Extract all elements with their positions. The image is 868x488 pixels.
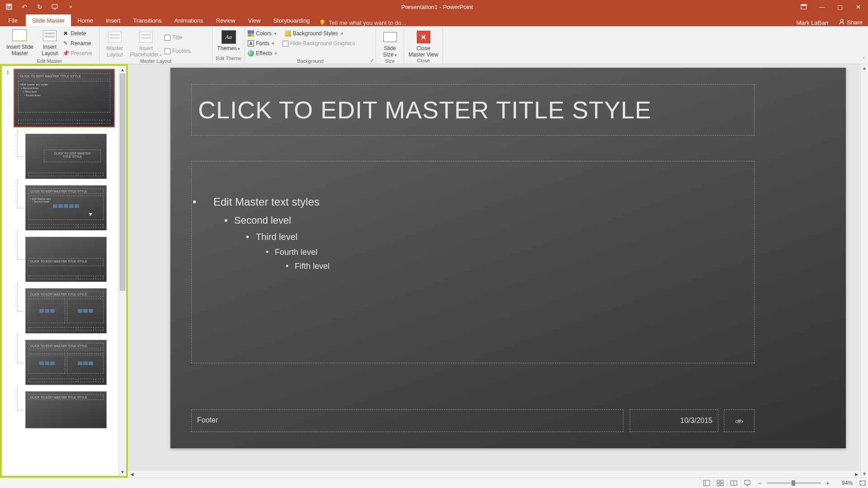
rename-button[interactable]: ✎Rename: [62, 38, 92, 48]
zoom-slider-handle[interactable]: [792, 480, 795, 486]
colors-button[interactable]: Colors: [248, 28, 277, 38]
background-styles-icon: [285, 30, 291, 37]
svg-rect-10: [717, 480, 720, 483]
layout-thumbnail-title-slide[interactable]: CLICK TO EDIT MASTER TITLE STYLE: [25, 134, 107, 179]
redo-icon[interactable]: ↻: [36, 3, 43, 10]
group-label-close: Close: [407, 58, 440, 64]
qat-customize-icon[interactable]: ▾: [67, 3, 74, 10]
svg-rect-1: [7, 5, 11, 6]
layout-thumbnail-section-header[interactable]: CLICK TO EDIT MASTER TITLE STYLE: [25, 237, 107, 282]
tab-review[interactable]: Review: [210, 14, 242, 26]
body-placeholder[interactable]: Edit Master text styles Second level Thi…: [191, 161, 755, 363]
collapse-ribbon-icon[interactable]: ˄: [863, 56, 865, 63]
editor-vertical-scrollbar[interactable]: ▲ ▼: [860, 64, 868, 478]
layout-thumbnail-comparison[interactable]: CLICK TO EDIT MASTER TITLE STYLE: [25, 340, 107, 385]
slideshow-view-button[interactable]: [741, 478, 753, 488]
layout-thumbnail-title-only[interactable]: CLICK TO EDIT MASTER TITLE STYLE: [25, 391, 107, 428]
insert-placeholder-button[interactable]: Insert Placeholder: [128, 29, 164, 58]
body-level-1[interactable]: Edit Master text styles: [203, 196, 743, 208]
lightbulb-icon: 💡: [319, 19, 326, 26]
zoom-slider[interactable]: [767, 482, 821, 484]
tab-transitions[interactable]: Transitions: [127, 14, 168, 26]
group-master-layout: Master Layout Insert Placeholder Title F…: [99, 26, 212, 64]
effects-button[interactable]: Effects: [248, 48, 277, 58]
master-layout-button[interactable]: Master Layout: [102, 29, 127, 58]
tab-home[interactable]: Home: [71, 14, 99, 26]
tab-file[interactable]: File: [0, 14, 26, 26]
svg-rect-11: [721, 480, 723, 483]
scroll-left-icon[interactable]: ◀: [128, 472, 136, 477]
tab-slide-master[interactable]: Slide Master: [26, 14, 71, 26]
colors-icon: [248, 30, 254, 37]
group-label-size: Size: [379, 58, 401, 64]
zoom-in-button[interactable]: +: [825, 479, 831, 487]
share-button[interactable]: Share: [833, 19, 868, 26]
master-number: 1: [6, 69, 11, 75]
close-window-icon[interactable]: ✕: [854, 3, 862, 10]
undo-icon[interactable]: ↶: [21, 3, 28, 10]
title-text[interactable]: CLICK TO EDIT MASTER TITLE STYLE: [198, 96, 651, 124]
scroll-up-icon[interactable]: ▲: [119, 66, 126, 74]
background-dialog-launcher-icon[interactable]: ⤢: [370, 58, 374, 63]
slide-canvas[interactable]: CLICK TO EDIT MASTER TITLE STYLE Edit Ma…: [170, 68, 846, 448]
body-level-4[interactable]: Fourth level: [203, 248, 743, 257]
scroll-right-icon[interactable]: ▶: [853, 472, 860, 477]
scrollbar-handle[interactable]: [120, 74, 125, 291]
ribbon: Insert Slide Master Insert Layout ✖Delet…: [0, 26, 868, 64]
slide-master-icon: [13, 30, 27, 41]
scroll-up-icon[interactable]: ▲: [861, 64, 868, 72]
title-bar: ↶ ↻ ▾ Presentation1 - PowerPoint — ▢ ✕: [0, 0, 868, 14]
slide-sorter-view-button[interactable]: [713, 478, 726, 488]
fonts-button[interactable]: AFonts: [248, 38, 274, 48]
layout-thumbnail-two-content[interactable]: CLICK TO EDIT MASTER TITLE STYLE: [25, 288, 107, 333]
date-placeholder[interactable]: 10/3/2015: [630, 409, 718, 432]
insert-layout-button[interactable]: Insert Layout: [38, 28, 61, 56]
preserve-button[interactable]: 📌Preserve: [62, 48, 92, 58]
footers-checkbox[interactable]: Footers: [165, 46, 191, 56]
save-icon[interactable]: [5, 3, 13, 10]
zoom-percent[interactable]: 94%: [835, 480, 853, 486]
tab-view[interactable]: View: [241, 14, 267, 26]
zoom-out-button[interactable]: −: [757, 479, 763, 487]
tab-animations[interactable]: Animations: [168, 14, 210, 26]
fit-to-window-button[interactable]: [856, 478, 868, 488]
slide-master-thumbnail[interactable]: CLICK TO EDIT MASTER TITLE STYLE • Edit …: [14, 69, 115, 127]
background-styles-button[interactable]: Background Styles: [285, 28, 343, 38]
signed-in-user[interactable]: Mark LaBarr: [792, 19, 834, 26]
thumbnail-scrollbar[interactable]: ▲ ▼: [118, 66, 126, 476]
title-placeholder[interactable]: CLICK TO EDIT MASTER TITLE STYLE: [191, 84, 755, 136]
hide-background-graphics-checkbox[interactable]: Hide Background Graphics: [283, 38, 355, 48]
ribbon-display-options-icon[interactable]: [800, 3, 807, 10]
layout-thumbnail-title-and-content[interactable]: CLICK TO EDIT MASTER TITLE STYLE • Edit …: [25, 185, 107, 230]
placeholder-icon: [139, 32, 153, 42]
delete-icon: ✖: [62, 30, 69, 37]
maximize-icon[interactable]: ▢: [836, 3, 844, 10]
body-level-2[interactable]: Second level: [203, 215, 743, 226]
tell-me-search[interactable]: 💡 Tell me what you want to do...: [319, 19, 406, 26]
zoom-control: − + 94%: [753, 479, 856, 487]
scroll-down-icon[interactable]: ▼: [861, 470, 868, 478]
slide-number-placeholder[interactable]: ‹#›: [724, 409, 755, 432]
group-label-background: Background: [248, 58, 373, 64]
reading-view-button[interactable]: [727, 478, 740, 488]
slide-edit-pane[interactable]: CLICK TO EDIT MASTER TITLE STYLE Edit Ma…: [128, 64, 860, 478]
insert-slide-master-button[interactable]: Insert Slide Master: [3, 28, 37, 56]
editor-horizontal-scrollbar[interactable]: ◀ ▶: [128, 470, 860, 478]
tab-storyboarding[interactable]: Storyboarding: [267, 14, 316, 26]
footer-placeholder[interactable]: Footer: [191, 409, 623, 432]
slide-size-button[interactable]: Slide Size: [379, 29, 401, 58]
delete-button[interactable]: ✖Delete: [62, 28, 92, 38]
slide-size-icon: [383, 32, 397, 42]
close-master-view-button[interactable]: ✕ Close Master View: [407, 29, 440, 58]
title-checkbox[interactable]: Title: [165, 33, 191, 42]
body-level-5[interactable]: Fifth level: [203, 262, 743, 271]
minimize-icon[interactable]: —: [818, 3, 826, 10]
start-from-beginning-icon[interactable]: [52, 3, 59, 10]
body-level-3[interactable]: Third level: [203, 232, 743, 242]
editor-area: CLICK TO EDIT MASTER TITLE STYLE Edit Ma…: [128, 64, 868, 478]
themes-button[interactable]: Aa Themes: [215, 29, 242, 52]
normal-view-button[interactable]: [700, 478, 712, 488]
tab-insert[interactable]: Insert: [99, 14, 127, 26]
scroll-down-icon[interactable]: ▼: [119, 468, 126, 476]
svg-point-7: [840, 19, 843, 22]
